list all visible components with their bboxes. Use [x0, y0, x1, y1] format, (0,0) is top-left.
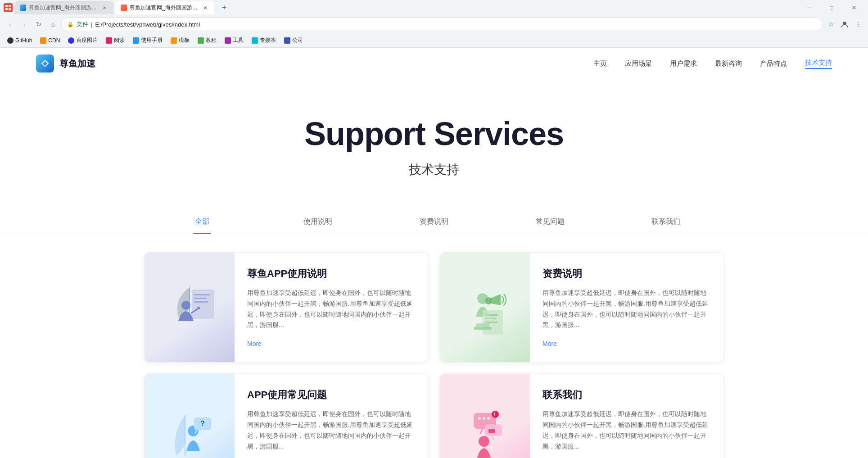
title-bar: 尊鱼加速官网_海外回国游戏视频... ✕ 尊鱼加速官网_海外回国游戏视频... …	[0, 0, 868, 15]
svg-rect-0	[5, 5, 8, 7]
tab-favicon-2	[121, 5, 127, 11]
bookmark-icon-baidu	[68, 37, 74, 44]
bookmark-icon-template	[171, 37, 177, 44]
tab-title-1: 尊鱼加速官网_海外回国游戏视频...	[29, 4, 98, 12]
address-input[interactable]: 🔒 文件 | E:/Projects/test/vpnweb/gives/ind…	[61, 18, 823, 31]
app-icon	[4, 3, 13, 12]
svg-point-28	[479, 436, 489, 447]
bookmark-label-github: GitHub	[15, 37, 32, 44]
bookmark-icon-read	[106, 37, 112, 44]
bookmark-icon-special	[252, 37, 258, 44]
bookmarks-bar: GitHub CDN 百度图片 阅读 使用手册 模板 教程 工具	[0, 33, 868, 48]
bookmark-github[interactable]: GitHub	[4, 36, 36, 45]
minimize-button[interactable]: ─	[799, 1, 819, 14]
card-content-app: 尊鱼APP使用说明 用尊鱼加速享受超低延迟，即使身在国外，也可以随时随地同国内的…	[235, 253, 428, 362]
address-actions: ☆ ⋮	[825, 18, 864, 31]
card-desc-contact: 用尊鱼加速享受超低延迟，即使身在国外，也可以随时随地同国内的小伙伴一起开黑，畅游…	[542, 409, 711, 452]
back-button[interactable]: ‹	[4, 18, 16, 31]
protocol-label: 文件	[77, 20, 88, 28]
card-illustration-app	[145, 253, 235, 362]
svg-text:!: !	[494, 412, 495, 417]
bookmark-baidu[interactable]: 百度图片	[64, 36, 101, 45]
svg-rect-15	[485, 318, 496, 319]
svg-point-26	[487, 417, 490, 420]
nav-link-scenarios[interactable]: 应用场景	[625, 59, 652, 68]
svg-rect-3	[9, 8, 11, 10]
bookmark-tutorial[interactable]: 教程	[194, 36, 220, 45]
address-bar: ‹ › ↻ ⌂ 🔒 文件 | E:/Projects/test/vpnweb/g…	[0, 15, 868, 33]
bookmark-cdn[interactable]: CDN	[36, 36, 63, 45]
tab-close-2[interactable]: ✕	[202, 4, 209, 11]
card-more-app[interactable]: More	[247, 340, 262, 347]
nav-link-news[interactable]: 最新咨询	[715, 59, 742, 68]
hero-section: Support Services 技术支持	[0, 79, 868, 196]
svg-point-12	[485, 297, 492, 304]
maximize-button[interactable]: □	[821, 1, 842, 14]
home-button[interactable]: ⌂	[47, 18, 59, 31]
card-title-app: 尊鱼APP使用说明	[247, 267, 416, 281]
filter-tab-contact[interactable]: 联系我们	[608, 210, 724, 234]
bookmark-label-tool: 工具	[233, 36, 244, 44]
filter-tab-usage[interactable]: 使用说明	[260, 210, 376, 234]
bookmark-company[interactable]: 公司	[280, 36, 307, 45]
filter-tab-faq[interactable]: 常见问题	[492, 210, 608, 234]
card-content-fee: 资费说明 用尊鱼加速享受超低延迟，即使身在国外，也可以随时随地同国内的小伙伴一起…	[530, 253, 723, 362]
filter-tabs: 全部 使用说明 资费说明 常见问题 联系我们	[0, 210, 868, 234]
svg-text:?: ?	[200, 420, 205, 427]
hero-subtitle: 技术支持	[18, 161, 850, 178]
tab-title-2: 尊鱼加速官网_海外回国游戏视频...	[130, 4, 199, 12]
account-button[interactable]	[838, 18, 851, 31]
bookmark-label-tutorial: 教程	[206, 36, 217, 44]
svg-rect-17	[476, 323, 489, 327]
bookmark-icon-manual	[133, 37, 139, 44]
bookmark-icon-company	[284, 37, 290, 44]
card-fee: 资费说明 用尊鱼加速享受超低延迟，即使身在国外，也可以随时随地同国内的小伙伴一起…	[439, 252, 724, 363]
forward-button[interactable]: ›	[18, 18, 31, 31]
bookmark-icon-github	[7, 37, 14, 44]
logo-text: 尊鱼加速	[59, 58, 95, 70]
address-separator: |	[91, 21, 92, 28]
tab-close-1[interactable]: ✕	[101, 4, 108, 11]
svg-rect-16	[485, 322, 497, 323]
logo-area[interactable]: 尊鱼加速	[36, 54, 95, 73]
svg-point-25	[483, 417, 485, 420]
svg-rect-6	[194, 294, 210, 295]
bookmark-label-manual: 使用手册	[141, 36, 163, 44]
nav-link-support[interactable]: 技术支持	[805, 59, 832, 69]
bookmark-tool[interactable]: 工具	[221, 36, 247, 45]
svg-rect-27	[488, 429, 495, 433]
svg-rect-14	[485, 314, 498, 316]
bookmark-icon-cdn	[40, 37, 46, 44]
bookmark-special[interactable]: 专接本	[248, 36, 280, 45]
nav-link-features[interactable]: 产品特点	[760, 59, 787, 68]
svg-rect-18	[474, 327, 492, 330]
bookmark-label-baidu: 百度图片	[76, 36, 98, 44]
svg-point-24	[478, 417, 481, 420]
nav-link-home[interactable]: 主页	[593, 59, 607, 68]
card-desc-fee: 用尊鱼加速享受超低延迟，即使身在国外，也可以随时随地同国内的小伙伴一起开黑，畅游…	[542, 288, 711, 331]
bookmark-manual[interactable]: 使用手册	[129, 36, 166, 45]
tab-inactive[interactable]: 尊鱼加速官网_海外回国游戏视频... ✕	[14, 1, 113, 14]
bookmark-read[interactable]: 阅读	[102, 36, 128, 45]
cards-section: 尊鱼APP使用说明 用尊鱼加速享受超低延迟，即使身在国外，也可以随时随地同国内的…	[0, 243, 868, 458]
card-more-fee[interactable]: More	[542, 340, 557, 347]
tab-active[interactable]: 尊鱼加速官网_海外回国游戏视频... ✕	[115, 1, 214, 14]
card-title-fee: 资费说明	[542, 267, 711, 281]
reload-button[interactable]: ↻	[32, 18, 45, 31]
bookmark-template[interactable]: 模板	[167, 36, 193, 45]
nav-links: 主页 应用场景 用户需求 最新咨询 产品特点 技术支持	[593, 59, 832, 69]
bookmark-label-special: 专接本	[260, 36, 276, 44]
card-content-contact: 联系我们 用尊鱼加速享受超低延迟，即使身在国外，也可以随时随地同国内的小伙伴一起…	[530, 374, 723, 458]
nav-link-needs[interactable]: 用户需求	[670, 59, 697, 68]
menu-button[interactable]: ⋮	[852, 18, 864, 31]
filter-tab-all[interactable]: 全部	[144, 210, 260, 234]
card-desc-faq: 用尊鱼加速享受超低延迟，即使身在国外，也可以随时随地同国内的小伙伴一起开黑，畅游…	[247, 409, 416, 452]
add-tab-button[interactable]: +	[218, 1, 231, 14]
card-content-faq: APP使用常见问题 用尊鱼加速享受超低延迟，即使身在国外，也可以随时随地同国内的…	[235, 374, 428, 458]
close-button[interactable]: ✕	[844, 1, 864, 14]
svg-rect-7	[194, 298, 207, 299]
filter-tab-fee[interactable]: 资费说明	[376, 210, 492, 234]
card-contact: ! 联系我们 用尊鱼加速享受超低延迟，即使身在国外，也可以随时随地同国内的小伙伴…	[439, 373, 724, 458]
star-button[interactable]: ☆	[825, 18, 837, 31]
site-navigation: 尊鱼加速 主页 应用场景 用户需求 最新咨询 产品特点 技术支持	[0, 48, 868, 79]
